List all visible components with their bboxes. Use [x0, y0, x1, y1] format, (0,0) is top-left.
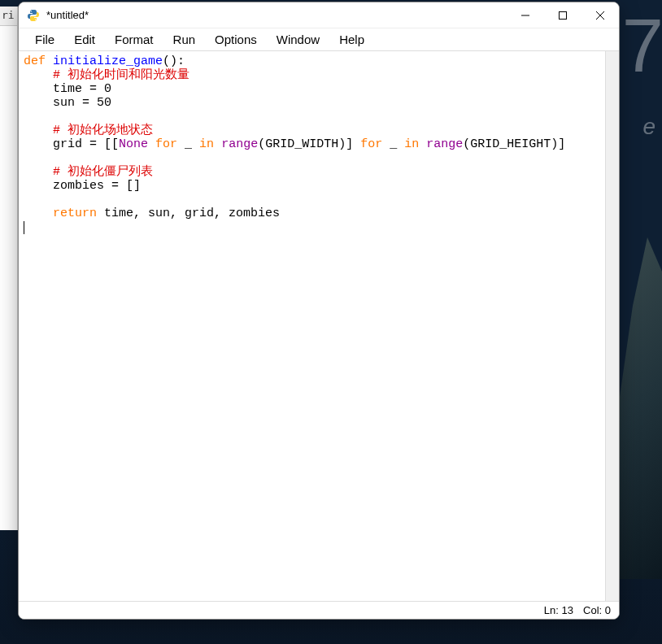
keyword-def: def [24, 54, 46, 68]
code-text: (): [163, 54, 185, 68]
desktop-sub-fragment: e [642, 114, 655, 140]
svg-rect-2 [560, 12, 567, 20]
code-line: zombies = [] [24, 179, 141, 193]
code-indent [24, 124, 53, 137]
code-indent [24, 68, 53, 82]
code-comment: # 初始化时间和阳光数量 [53, 68, 189, 82]
code-comment: # 初始化场地状态 [53, 124, 153, 137]
builtin-range: range [426, 137, 463, 151]
keyword-in: in [404, 137, 419, 151]
editor-area: def initialize_game(): # 初始化时间和阳光数量 time… [19, 51, 619, 601]
code-text: time, sun, grid, zombies [97, 207, 280, 220]
keyword-return: return [53, 207, 97, 220]
status-line: Ln: 13 [544, 604, 573, 616]
window-title: *untitled* [46, 9, 507, 21]
code-line: time = 0 [24, 82, 111, 96]
background-window-fragment-body [0, 26, 18, 530]
vertical-scrollbar[interactable] [605, 51, 619, 601]
menu-file[interactable]: File [25, 31, 64, 48]
code-indent [24, 165, 53, 179]
builtin-range: range [221, 137, 258, 151]
minimize-icon [521, 11, 529, 20]
desktop-clock-fragment: 7 [622, 20, 660, 72]
close-icon [596, 11, 604, 20]
menu-help[interactable]: Help [329, 31, 374, 48]
code-text [419, 137, 426, 151]
code-text: _ [177, 137, 199, 151]
menu-edit[interactable]: Edit [64, 31, 105, 48]
code-text: (GRID_HEIGHT)] [463, 137, 565, 151]
titlebar[interactable]: *untitled* [19, 2, 619, 28]
menu-window[interactable]: Window [267, 31, 329, 48]
status-line-label: Ln: [544, 604, 559, 616]
text-cursor [24, 221, 24, 234]
svg-point-0 [31, 11, 32, 11]
window-controls [507, 2, 619, 28]
desktop-mountain [613, 237, 662, 579]
function-name: initialize_game [53, 54, 163, 68]
status-col: Col: 0 [583, 604, 611, 616]
menubar: File Edit Format Run Options Window Help [19, 28, 619, 51]
code-text [148, 137, 155, 151]
menu-options[interactable]: Options [205, 31, 267, 48]
menu-format[interactable]: Format [105, 31, 163, 48]
background-window-fragment: ri [0, 7, 18, 26]
code-text: (GRID_WIDTH)] [258, 137, 360, 151]
status-col-value: 0 [605, 604, 611, 616]
code-text: _ [382, 137, 404, 151]
code-editor[interactable]: def initialize_game(): # 初始化时间和阳光数量 time… [19, 51, 605, 601]
code-text: grid = [[ [24, 137, 119, 151]
status-line-value: 13 [562, 604, 573, 616]
code-text [214, 137, 221, 151]
svg-point-1 [35, 19, 36, 20]
code-line: sun = 50 [24, 96, 111, 110]
minimize-button[interactable] [507, 2, 544, 28]
keyword-in: in [199, 137, 214, 151]
code-indent [24, 207, 53, 220]
close-button[interactable] [581, 2, 619, 28]
maximize-button[interactable] [544, 2, 581, 28]
python-idle-icon [27, 9, 40, 22]
keyword-for: for [360, 137, 382, 151]
status-col-label: Col: [583, 604, 602, 616]
statusbar: Ln: 13 Col: 0 [19, 601, 619, 619]
menu-run[interactable]: Run [163, 31, 206, 48]
maximize-icon [559, 11, 567, 20]
code-comment: # 初始化僵尸列表 [53, 165, 153, 179]
literal-none: None [119, 137, 148, 151]
idle-editor-window: *untitled* File Edit Format Run Options … [18, 2, 620, 620]
keyword-for: for [155, 137, 177, 151]
